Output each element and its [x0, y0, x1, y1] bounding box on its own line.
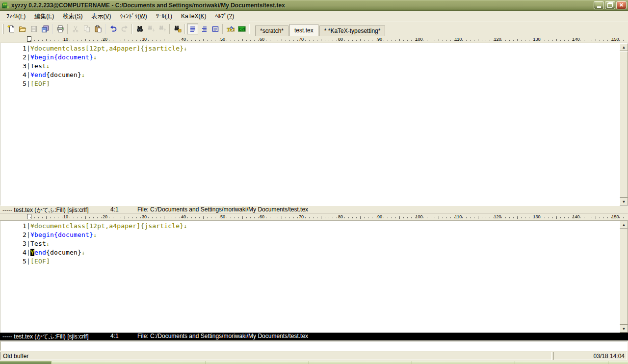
- taskbar-button-top[interactable]: [608, 361, 628, 364]
- margin-marker[interactable]: [27, 36, 31, 42]
- editor-line-1[interactable]: 1|¥documentclass[12pt,a4paper]{jsarticle…: [0, 44, 628, 53]
- ruler-tick: [156, 217, 157, 218]
- taskbar-button-top[interactable]: [309, 361, 412, 364]
- buffer-tab-test.tex[interactable]: test.tex: [289, 24, 318, 36]
- menu-file[interactable]: ﾌｧｲﾙ(F): [2, 11, 30, 21]
- menu-katex[interactable]: KaTeX(K): [177, 11, 210, 21]
- app-icon: [1, 1, 9, 9]
- ruler-tick: [552, 40, 553, 41]
- ruler-tick: [588, 217, 588, 218]
- editor-pane-top[interactable]: 1|¥documentclass[12pt,a4paper]{jsarticle…: [0, 43, 628, 206]
- taskbar-button-top[interactable]: [0, 361, 52, 364]
- editor-pane-bottom[interactable]: 1|¥documentclass[12pt,a4paper]{jsarticle…: [0, 221, 628, 333]
- ruler-tick: [384, 217, 384, 218]
- ruler-tick: [203, 39, 204, 41]
- toolbar: TeXDVI *scratch*test.tex* *KaTeX-typeset…: [0, 22, 628, 36]
- ruler-tick: [431, 217, 431, 218]
- ruler-tick: [525, 217, 525, 218]
- ruler-tick: [199, 217, 200, 218]
- scroll-down-button[interactable]: ▼: [620, 325, 628, 333]
- ruler-tick: [580, 40, 580, 41]
- menu-view[interactable]: 表示(V): [87, 11, 115, 22]
- scrollbar-thumb[interactable]: [620, 229, 628, 325]
- open-file-icon[interactable]: [17, 24, 28, 34]
- toolbar-separator: [169, 24, 170, 34]
- newline-marker: ↓: [183, 46, 187, 52]
- ruler-tick: [556, 39, 557, 41]
- close-button[interactable]: [616, 1, 627, 9]
- editor-line-5[interactable]: 5|[EOF]: [0, 79, 628, 88]
- buffer-tab-scratch[interactable]: *scratch*: [255, 26, 288, 36]
- restore-button[interactable]: [605, 1, 615, 9]
- editor-line-3[interactable]: 3|Test↓: [0, 62, 628, 71]
- taskbar-button-top[interactable]: [515, 361, 608, 364]
- ruler-number: 130: [533, 214, 540, 219]
- ruler-tick: [219, 217, 219, 218]
- ruler-tick: [435, 40, 435, 41]
- save-all-icon[interactable]: [39, 24, 51, 34]
- margin-marker[interactable]: [27, 214, 31, 219]
- code-segment: Test: [30, 62, 46, 70]
- ruler-number: 70: [299, 37, 304, 42]
- ruler-number: 60: [260, 37, 264, 42]
- editor-line-1[interactable]: 1|¥documentclass[12pt,a4paper]{jsarticle…: [0, 222, 628, 231]
- toolbar-separator: [249, 24, 250, 34]
- editor-line-3[interactable]: 3|Test↓: [0, 239, 628, 248]
- scroll-up-button[interactable]: ▲: [620, 221, 628, 229]
- scroll-up-button[interactable]: ▲: [620, 43, 628, 51]
- editor-line-2[interactable]: 2|¥begin{document}↓: [0, 53, 628, 62]
- editor-line-5[interactable]: 5|[EOF]: [0, 257, 628, 266]
- scrollbar-thumb[interactable]: [620, 51, 628, 198]
- ruler-tick: [250, 217, 251, 218]
- ruler-tick: [117, 40, 117, 41]
- fill-paragraph-icon[interactable]: [187, 24, 198, 34]
- ruler-tick: [317, 217, 317, 218]
- new-file-icon[interactable]: [5, 24, 17, 34]
- menu-edit[interactable]: 編集(E): [30, 11, 58, 22]
- ruler-tick: [109, 217, 109, 218]
- menu-tools[interactable]: ﾂｰﾙ(T): [152, 11, 177, 21]
- find-icon[interactable]: [134, 24, 145, 34]
- newline-marker: ↓: [93, 232, 97, 238]
- ruler-tick: [125, 216, 125, 219]
- toolbar-grip[interactable]: [2, 24, 4, 34]
- ruler-tick: [278, 40, 278, 41]
- ruler-number: 10: [63, 214, 68, 219]
- fill-mode-icon[interactable]: [209, 24, 221, 34]
- paste-icon[interactable]: [92, 24, 104, 34]
- grep-icon[interactable]: [172, 24, 183, 34]
- buffer-tab-KaTeX-typesetting[interactable]: * *KaTeX-typesetting*: [319, 26, 386, 36]
- menu-window[interactable]: ｳｨﾝﾄﾞｳ(W): [115, 11, 151, 21]
- ruler-tick: [313, 40, 314, 41]
- editor-line-4[interactable]: 4|¥end{documen}↓: [0, 71, 628, 79]
- taskbar-button-top[interactable]: [412, 361, 515, 364]
- minibuffer[interactable]: [0, 341, 628, 351]
- print-icon[interactable]: [54, 24, 66, 34]
- taskbar-button-top[interactable]: [52, 361, 206, 364]
- ruler-tick: [619, 217, 620, 218]
- vertical-scrollbar[interactable]: ▲▼: [620, 43, 628, 206]
- menu-help[interactable]: ﾍﾙﾌﾟ(?): [210, 11, 238, 21]
- tex-typeset-icon[interactable]: TeX: [225, 24, 236, 34]
- dvi-preview-icon[interactable]: DVI: [236, 24, 247, 34]
- ruler-tick: [411, 40, 412, 41]
- undo-icon[interactable]: [107, 24, 119, 34]
- ruler-tick: [431, 40, 431, 41]
- minimize-button[interactable]: [594, 1, 604, 9]
- code-segment: Test: [30, 240, 46, 247]
- ruler-tick: [509, 217, 510, 218]
- ruler-tick: [195, 40, 196, 41]
- ruler-tick: [309, 40, 310, 41]
- fill-region-icon[interactable]: [198, 24, 209, 34]
- editor-line-4[interactable]: 4|¥end{documen}↓: [0, 248, 628, 257]
- taskbar-button-top[interactable]: [206, 361, 309, 364]
- scroll-down-button[interactable]: ▼: [620, 198, 628, 206]
- ruler-tick: [403, 40, 404, 41]
- ruler-number: 70: [299, 214, 304, 219]
- ruler-tick: [132, 40, 133, 41]
- vertical-scrollbar[interactable]: ▲▼: [620, 221, 628, 333]
- menu-search[interactable]: 検索(S): [58, 11, 87, 22]
- ruler-tick: [352, 217, 353, 218]
- editor-line-2[interactable]: 2|¥begin{document}↓: [0, 231, 628, 239]
- buffer-tab-bar: *scratch*test.tex* *KaTeX-typesetting*: [255, 24, 386, 36]
